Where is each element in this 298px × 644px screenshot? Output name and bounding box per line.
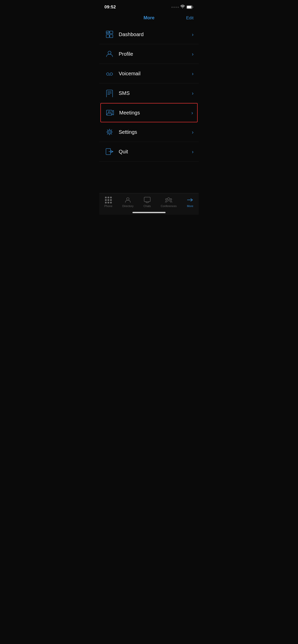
phone-nav-icon [105,196,112,203]
chevron-icon: › [192,129,194,135]
meetings-icon [105,108,115,118]
more-nav-icon [186,196,194,203]
svg-point-25 [170,199,172,200]
nav-item-chats[interactable]: Chats [141,195,153,209]
svg-point-18 [107,130,112,134]
home-indicator [132,212,166,213]
chevron-icon: › [192,32,194,37]
chevron-icon: › [191,110,193,116]
nav-label-chats: Chats [143,204,151,208]
svg-point-9 [110,73,113,75]
menu-item-meetings[interactable]: Meetings › [100,103,198,122]
menu-item-profile[interactable]: Profile › [99,44,199,64]
nav-label-phone: Phone [104,204,113,208]
svg-point-21 [127,198,129,200]
svg-rect-6 [110,35,113,38]
nav-item-phone[interactable]: Phone [102,195,115,209]
menu-item-sms[interactable]: SMS › [99,83,199,103]
menu-item-settings[interactable]: Settings › [99,122,199,142]
menu-label-quit: Quit [119,149,192,155]
svg-rect-15 [106,110,112,115]
svg-point-8 [106,73,109,75]
edit-button[interactable]: Edit [186,16,194,21]
svg-rect-22 [144,197,150,202]
menu-label-sms: SMS [119,90,192,96]
menu-label-profile: Profile [119,51,192,57]
chevron-icon: › [192,149,194,155]
chats-nav-icon [144,196,151,203]
profile-icon [104,49,115,59]
status-bar: 09:52 [99,0,199,13]
svg-rect-2 [187,6,192,8]
menu-label-settings: Settings [119,129,192,135]
menu-label-voicemail: Voicemail [119,71,192,77]
status-time: 09:52 [104,5,116,10]
menu-label-dashboard: Dashboard [119,32,192,37]
wifi-icon [180,5,185,9]
menu-item-voicemail[interactable]: Voicemail › [99,64,199,83]
menu-list: Dashboard › Profile › Voicemail › [99,25,199,162]
menu-item-dashboard[interactable]: Dashboard › [99,25,199,44]
chevron-icon: › [192,51,194,57]
chevron-icon: › [192,71,194,77]
voicemail-icon [104,68,115,79]
svg-point-7 [108,51,111,54]
signal-icon [171,7,179,8]
svg-point-17 [109,131,111,133]
status-icons [171,5,194,9]
menu-item-quit[interactable]: Quit › [99,142,199,162]
svg-rect-3 [106,31,109,34]
svg-rect-5 [106,35,109,38]
battery-icon [186,5,194,9]
conferences-nav-icon [165,196,172,203]
svg-point-23 [168,198,170,200]
directory-nav-icon [124,196,131,203]
menu-label-meetings: Meetings [119,110,191,116]
sms-icon [104,88,115,98]
svg-rect-11 [106,90,113,97]
quit-icon [104,147,115,157]
svg-rect-4 [110,31,113,34]
page-title: More [143,15,154,21]
svg-point-0 [182,8,183,8]
settings-icon [104,127,115,137]
nav-label-conferences: Conferences [161,204,177,208]
bottom-nav: Phone Directory Chats [99,193,199,215]
nav-label-more: More [187,204,193,208]
header: More Edit [99,13,199,25]
nav-item-more[interactable]: More [184,195,196,209]
nav-item-directory[interactable]: Directory [120,195,136,209]
dashboard-icon [104,29,115,39]
nav-label-directory: Directory [122,204,133,208]
nav-item-conferences[interactable]: Conferences [159,195,179,209]
nav-items: Phone Directory Chats [99,195,199,209]
svg-point-24 [166,199,167,200]
chevron-icon: › [192,90,194,96]
